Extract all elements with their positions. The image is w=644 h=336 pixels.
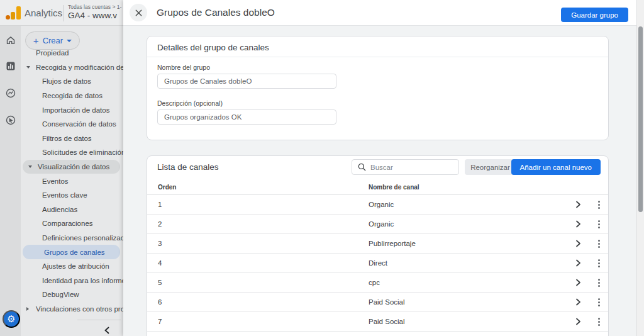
kebab-menu-icon[interactable] [593,257,604,269]
kebab-menu-icon[interactable] [593,199,604,210]
search-icon [357,162,367,172]
sidebar-item[interactable]: Ajustes de atribución [21,259,123,274]
sidebar-item-label: Solicitudes de eliminación ... [42,148,123,156]
kebab-menu-icon[interactable] [593,277,604,288]
chevron-right-icon[interactable] [572,238,584,249]
sidebar-item-label: Definiciones personalizadas [42,234,123,242]
table-row[interactable]: 7 Paid Social [147,312,608,332]
row-channel-name: Organic [369,220,394,228]
row-order: 3 [158,240,162,247]
sidebar-item[interactable]: Identidad para los informes [21,274,123,288]
sidebar-item[interactable]: Conservación de datos [21,117,123,132]
sidebar-item[interactable]: Vinculaciones con otros prod... [21,302,123,316]
sidebar-item-label: Visualización de datos [38,163,109,171]
channel-search [352,159,459,175]
caret-icon [26,307,31,311]
analytics-logo-icon [6,6,21,20]
row-channel-name: Paid Social [369,298,405,306]
reports-icon[interactable] [5,60,16,72]
save-group-button[interactable]: Guardar grupo [561,8,628,22]
sidebar-item-label: Audiencias [42,206,77,213]
sidebar-item-label: Propiedad [36,49,69,57]
table-row[interactable]: 5 cpc [147,273,608,293]
sidebar-item-label: Grupos de canales [44,249,105,256]
sidebar-item[interactable]: Definiciones personalizadas [21,231,123,245]
chevron-right-icon[interactable] [572,316,584,327]
sidebar-item[interactable]: Importación de datos [21,103,123,117]
app-topbar: Analytics Todas las cuentas > 1- GA4 - w… [0,0,123,26]
home-icon[interactable] [5,35,16,46]
scrollbar-thumb[interactable] [638,26,643,212]
chevron-down-icon [67,40,72,42]
close-icon[interactable] [130,4,147,21]
table-row[interactable]: 4 Direct [147,254,608,273]
search-input[interactable] [370,164,458,171]
column-header-name: Nombre de canal [369,184,419,191]
row-channel-name: Organic [369,201,394,208]
chevron-right-icon[interactable] [572,199,584,210]
sidebar-item-label: Identidad para los informes [42,277,123,284]
row-order: 7 [158,318,162,325]
sidebar-item-label: Eventos clave [42,191,87,199]
chevron-right-icon[interactable] [572,296,584,308]
sidebar-item[interactable]: Visualización de datos [23,160,120,174]
chevron-right-icon[interactable] [572,277,584,288]
sidebar-item[interactable]: Recogida y modificación de ... [21,60,123,75]
channel-table: 1 Organic 2 Organic [147,195,608,332]
sidebar-item-label: Filtros de datos [42,135,92,142]
topbar-divider [64,5,64,21]
table-row[interactable]: 6 Paid Social [147,293,608,312]
kebab-menu-icon[interactable] [593,296,604,308]
sidebar-item-label: Recogida y modificación de ... [36,64,123,71]
sidebar-item-label: Eventos [42,177,69,185]
channel-list-title: Lista de canales [157,162,219,172]
create-button[interactable]: +Crear [25,31,80,50]
admin-gear-icon[interactable]: ⚙ [3,310,20,328]
group-name-label: Nombre del grupo [157,64,210,71]
sidebar-item[interactable]: DebugView [21,288,123,302]
caret-icon [26,66,31,69]
modal-body: Detalles del grupo de canales Nombre del… [123,26,636,336]
group-description-input[interactable] [157,109,336,125]
channel-group-editor-modal: Grupos de Canales dobleO Guardar grupo D… [123,0,636,336]
sidebar-item[interactable]: Comparaciones [21,216,123,231]
add-channel-button[interactable]: Añadir un canal nuevo [511,159,601,175]
sidebar-divider [77,320,121,320]
sidebar-item-label: Comparaciones [42,220,93,227]
kebab-menu-icon[interactable] [593,316,604,327]
sidebar-item[interactable]: Eventos clave [21,188,123,203]
table-row[interactable]: 3 Publirreportaje [147,234,608,254]
table-row[interactable]: 2 Organic [147,215,608,234]
kebab-menu-icon[interactable] [593,238,604,249]
sidebar-item[interactable]: Flujos de datos [21,74,123,89]
sidebar-item[interactable]: Eventos [21,174,123,188]
sidebar-item-label: Ajustes de atribución [42,262,109,270]
table-row[interactable]: 1 Organic [147,195,608,215]
page-title: Grupos de Canales dobleO [157,7,275,18]
explore-icon[interactable] [5,87,16,99]
chevron-right-icon[interactable] [572,218,584,230]
caret-icon [28,165,33,168]
row-channel-name: cpc [369,279,380,286]
page-scrollbar [636,0,644,336]
advertising-icon[interactable] [5,115,16,126]
sidebar-item[interactable]: Filtros de datos [21,132,123,146]
row-order: 1 [158,201,162,208]
modal-header: Grupos de Canales dobleO Guardar grupo [123,0,636,26]
breadcrumb: Todas las cuentas > 1- [68,4,121,10]
sidebar-item[interactable]: Solicitudes de eliminación ... [21,145,123,160]
plus-icon: + [33,36,39,45]
kebab-menu-icon[interactable] [593,218,604,230]
group-details-card: Detalles del grupo de canales Nombre del… [147,36,609,140]
reorder-button[interactable]: Reorganizar [465,159,516,175]
sidebar-item[interactable]: Grupos de canales [23,245,120,259]
chevron-right-icon[interactable] [572,257,584,269]
column-header-order: Orden [158,184,176,191]
account-selector[interactable]: GA4 - www.v [68,11,117,20]
icon-rail: ⚙ [0,26,21,336]
group-name-input[interactable] [157,74,336,89]
sidebar-item-label: Importación de datos [42,106,109,114]
sidebar-item[interactable]: Audiencias [21,203,123,217]
sidebar-item[interactable]: Recogida de datos [21,89,123,103]
collapse-sidebar-icon[interactable] [102,325,113,336]
